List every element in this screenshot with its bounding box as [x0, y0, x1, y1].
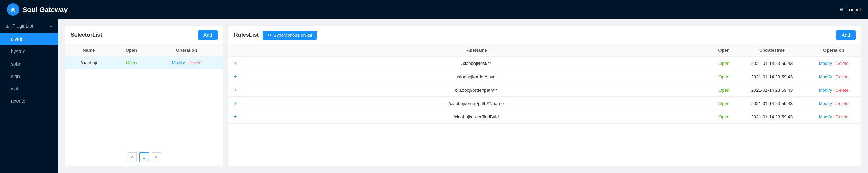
- sync-icon: ↻: [268, 33, 271, 38]
- col-name: Name: [65, 44, 113, 57]
- sidebar: ⊞ PluginList ▲ dividehystrixsofasignwafr…: [0, 19, 58, 173]
- rule-open-cell: Open: [710, 97, 738, 110]
- rule-open-cell: Open: [710, 83, 738, 97]
- table-row: + /xiaoboji/order/path/** Open 2021-01-1…: [228, 83, 861, 97]
- rule-delete-link[interactable]: Delete: [836, 114, 849, 119]
- app-title: Soul Gateway: [23, 6, 68, 14]
- sidebar-item-divide[interactable]: divide: [0, 33, 58, 45]
- sidebar-items: dividehystrixsofasignwafrewrite: [0, 33, 58, 107]
- rules-list-header: RulesList ↻ Synchronous divide Add: [228, 26, 861, 44]
- table-row: + /xiaoboji/order/findById Open 2021-01-…: [228, 110, 861, 124]
- rule-name-cell: /xiaoboji/test/**: [242, 57, 710, 70]
- rule-operation-cell: Modify Delete: [806, 97, 861, 110]
- rule-modify-link[interactable]: Modify: [819, 114, 832, 119]
- col-rule-open: Open: [710, 44, 738, 57]
- plugin-list-label: PluginList: [12, 23, 33, 29]
- rules-header-left: RulesList ↻ Synchronous divide: [234, 31, 317, 40]
- col-rule-name: RuleName: [242, 44, 710, 57]
- rules-list-title: RulesList: [234, 32, 259, 38]
- monitor-icon: 🖥: [839, 7, 844, 12]
- col-rule-operation: Operation: [806, 44, 861, 57]
- rule-time-cell: 2021-01-14 23:59:43: [738, 97, 806, 110]
- col-update-time: UpdateTime: [738, 44, 806, 57]
- sidebar-item-sign[interactable]: sign: [0, 70, 58, 82]
- sidebar-item-waf[interactable]: waf: [0, 82, 58, 95]
- rule-name-cell: /xiaoboji/order/findById: [242, 110, 710, 124]
- next-page-button[interactable]: >: [152, 152, 161, 162]
- rule-modify-link[interactable]: Modify: [819, 101, 832, 106]
- sidebar-item-hystrix[interactable]: hystrix: [0, 45, 58, 58]
- rules-list-panel: RulesList ↻ Synchronous divide Add RuleN…: [228, 26, 861, 166]
- rule-delete-link[interactable]: Delete: [836, 88, 849, 93]
- rule-name-cell: /xiaoboji/order/path/**: [242, 83, 710, 97]
- expand-cell[interactable]: +: [228, 57, 242, 70]
- sidebar-item-sofa[interactable]: sofa: [0, 58, 58, 70]
- selector-list-panel: SelectorList Add Name Open Operation /xi…: [65, 26, 223, 166]
- col-open: Open: [113, 44, 150, 57]
- selector-name-cell: /xiaoboji: [65, 57, 113, 69]
- col-plus-header: [228, 44, 242, 57]
- rule-operation-cell: Modify Delete: [806, 83, 861, 97]
- rule-operation-cell: Modify Delete: [806, 70, 861, 83]
- rule-operation-cell: Modify Delete: [806, 57, 861, 70]
- selector-modify-link[interactable]: Modify: [172, 60, 185, 65]
- rules-table-wrapper: RuleName Open UpdateTime Operation + /xi…: [228, 44, 861, 166]
- col-operation: Operation: [150, 44, 223, 57]
- expand-cell[interactable]: +: [228, 97, 242, 110]
- rule-open-cell: Open: [710, 110, 738, 124]
- selector-operation-cell: Modify Delete: [150, 57, 223, 69]
- rule-time-cell: 2021-01-14 23:59:43: [738, 57, 806, 70]
- rule-time-cell: 2021-01-14 23:59:43: [738, 70, 806, 83]
- selector-table-wrapper: Name Open Operation /xiaoboji Open Modif…: [65, 44, 223, 148]
- expand-cell[interactable]: +: [228, 110, 242, 124]
- rule-name-cell: /xiaoboji/order/save: [242, 70, 710, 83]
- table-row: + /xiaoboji/order/save Open 2021-01-14 2…: [228, 70, 861, 83]
- logo: ◎ Soul Gateway: [7, 3, 68, 16]
- sidebar-item-rewrite[interactable]: rewrite: [0, 95, 58, 107]
- rules-table-header-row: RuleName Open UpdateTime Operation: [228, 44, 861, 57]
- plugin-list-group: ⊞ PluginList ▲ dividehystrixsofasignwafr…: [0, 19, 58, 107]
- selector-delete-link[interactable]: Delete: [189, 60, 202, 65]
- selector-list-header: SelectorList Add: [65, 26, 223, 44]
- prev-page-button[interactable]: <: [127, 152, 137, 162]
- rule-open-cell: Open: [710, 70, 738, 83]
- page-1-button[interactable]: 1: [139, 152, 149, 162]
- rule-modify-link[interactable]: Modify: [819, 74, 832, 79]
- rule-delete-link[interactable]: Delete: [836, 74, 849, 79]
- topbar-right: 🖥 Logout: [839, 7, 861, 12]
- sync-button[interactable]: ↻ Synchronous divide: [263, 31, 317, 40]
- rule-time-cell: 2021-01-14 23:59:43: [738, 110, 806, 124]
- rule-open-cell: Open: [710, 57, 738, 70]
- rules-add-button[interactable]: Add: [836, 30, 856, 40]
- expand-cell[interactable]: +: [228, 70, 242, 83]
- plugin-list-label-group: ⊞ PluginList: [5, 23, 33, 29]
- chevron-up-icon: ▲: [49, 24, 53, 28]
- rule-time-cell: 2021-01-14 23:59:43: [738, 83, 806, 97]
- table-row: + /xiaoboji/test/** Open 2021-01-14 23:5…: [228, 57, 861, 70]
- selector-add-button[interactable]: Add: [198, 30, 218, 40]
- rule-operation-cell: Modify Delete: [806, 110, 861, 124]
- selector-table-header-row: Name Open Operation: [65, 44, 223, 57]
- rule-delete-link[interactable]: Delete: [836, 101, 849, 106]
- rule-modify-link[interactable]: Modify: [819, 61, 832, 66]
- selector-open-cell: Open: [113, 57, 150, 69]
- logo-icon: ◎: [7, 3, 19, 16]
- selector-list-title: SelectorList: [71, 32, 102, 38]
- main-layout: ⊞ PluginList ▲ dividehystrixsofasignwafr…: [0, 19, 868, 173]
- rule-delete-link[interactable]: Delete: [836, 61, 849, 66]
- sync-label: Synchronous divide: [273, 33, 312, 38]
- selector-tbody: /xiaoboji Open Modify Delete: [65, 57, 223, 69]
- main-content: SelectorList Add Name Open Operation /xi…: [58, 19, 868, 173]
- rules-tbody: + /xiaoboji/test/** Open 2021-01-14 23:5…: [228, 57, 861, 124]
- rules-table: RuleName Open UpdateTime Operation + /xi…: [228, 44, 861, 124]
- table-row: /xiaoboji Open Modify Delete: [65, 57, 223, 69]
- plugin-list-header[interactable]: ⊞ PluginList ▲: [0, 19, 58, 33]
- plugin-icon: ⊞: [5, 23, 10, 29]
- logout-label[interactable]: Logout: [846, 7, 861, 12]
- expand-cell[interactable]: +: [228, 83, 242, 97]
- selector-table: Name Open Operation /xiaoboji Open Modif…: [65, 44, 223, 69]
- selector-pagination: < 1 >: [65, 148, 223, 166]
- table-row: + /xiaoboji/order/path/**/name Open 2021…: [228, 97, 861, 110]
- rule-modify-link[interactable]: Modify: [819, 88, 832, 93]
- rule-name-cell: /xiaoboji/order/path/**/name: [242, 97, 710, 110]
